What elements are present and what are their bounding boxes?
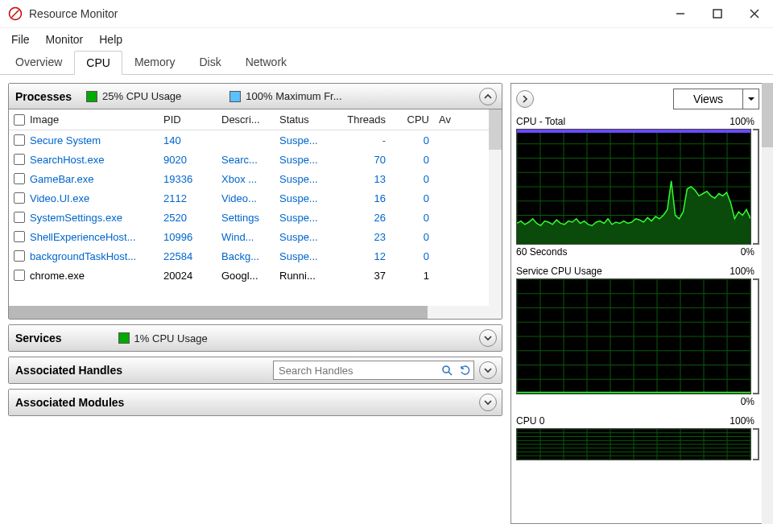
views-dropdown[interactable]: Views (673, 89, 759, 109)
row-checkbox[interactable] (14, 212, 25, 223)
handles-expand-button[interactable] (479, 361, 497, 379)
processes-collapse-button[interactable] (479, 88, 497, 105)
chart-brace (753, 129, 759, 245)
process-rows: Secure System140Suspe...-0SearchHost.exe… (9, 130, 502, 306)
chart-service-xright: 0% (741, 396, 754, 407)
svg-line-7 (449, 372, 452, 375)
menu-help[interactable]: Help (97, 31, 124, 47)
chart-cpu0-max: 100% (730, 415, 754, 427)
processes-title: Processes (15, 90, 72, 103)
left-pane: Processes 25% CPU Usage 100% Maximum Fr.… (0, 75, 511, 532)
tab-network[interactable]: Network (234, 50, 299, 74)
processes-body: Image PID Descri... Status Threads CPU A… (9, 109, 502, 319)
max-freq-text: 100% Maximum Fr... (246, 90, 341, 102)
column-headers: Image PID Descri... Status Threads CPU A… (9, 109, 502, 130)
tab-cpu[interactable]: CPU (74, 51, 122, 75)
services-swatch (118, 332, 130, 344)
max-freq-swatch (229, 91, 241, 102)
chart-total-max: 100% (730, 116, 754, 127)
chart-brace (753, 428, 759, 460)
processes-hscrollbar[interactable] (9, 306, 502, 319)
panel-processes: Processes 25% CPU Usage 100% Maximum Fr.… (8, 83, 502, 320)
panel-handles: Associated Handles (8, 357, 502, 384)
table-row[interactable]: GameBar.exe19336Xbox ...Suspe...130 (9, 169, 502, 188)
content: Processes 25% CPU Usage 100% Maximum Fr.… (0, 75, 773, 532)
chevron-down-icon (742, 89, 759, 109)
handles-title: Associated Handles (15, 364, 122, 377)
chart-service-canvas (516, 278, 751, 394)
chart-cpu-total: CPU - Total 100% 60 Seconds 0% (516, 114, 759, 261)
chart-service-title: Service CPU Usage (516, 266, 602, 277)
col-image[interactable]: Image (9, 113, 159, 126)
menu-monitor[interactable]: Monitor (44, 31, 85, 47)
row-checkbox[interactable] (14, 173, 25, 184)
table-row[interactable]: backgroundTaskHost...22584Backg...Suspe.… (9, 246, 502, 266)
services-usage-text: 1% CPU Usage (134, 332, 208, 344)
titlebar: Resource Monitor (0, 0, 773, 28)
maximize-button[interactable] (699, 0, 736, 28)
table-row[interactable]: SystemSettings.exe2520SettingsSuspe...26… (9, 208, 502, 227)
chart-total-title: CPU - Total (516, 116, 565, 127)
chart-brace (753, 278, 759, 394)
menu-file[interactable]: File (10, 31, 31, 47)
minimize-button[interactable] (662, 0, 699, 28)
chart-service-max: 100% (730, 266, 754, 277)
row-checkbox[interactable] (14, 250, 25, 262)
cpu-usage-swatch (86, 91, 97, 102)
row-checkbox[interactable] (14, 154, 25, 165)
row-checkbox[interactable] (14, 134, 25, 146)
window-title: Resource Monitor (29, 7, 662, 20)
resmon-icon (8, 6, 23, 21)
tab-memory[interactable]: Memory (122, 50, 188, 74)
col-cpu[interactable]: CPU (391, 113, 434, 126)
tabstrip: Overview CPU Memory Disk Network (0, 51, 773, 75)
table-row[interactable]: chrome.exe20024Googl...Runni...371 (9, 266, 502, 285)
services-expand-button[interactable] (479, 329, 497, 347)
chart-cpu0: CPU 0 100% (516, 414, 759, 460)
col-average[interactable]: Av (434, 113, 458, 126)
row-checkbox[interactable] (14, 270, 25, 281)
svg-point-6 (443, 366, 449, 373)
table-row[interactable]: Secure System140Suspe...-0 (9, 130, 502, 150)
chart-cpu0-title: CPU 0 (516, 415, 544, 427)
close-button[interactable] (736, 0, 773, 28)
tab-overview[interactable]: Overview (3, 50, 74, 74)
chart-service-cpu: Service CPU Usage 100% 0% (516, 264, 759, 410)
views-label: Views (674, 93, 742, 105)
chart-cpu0-canvas (516, 428, 751, 460)
col-status[interactable]: Status (275, 113, 328, 126)
refresh-icon[interactable] (456, 361, 473, 379)
panel-modules: Associated Modules (8, 389, 502, 416)
handles-header[interactable]: Associated Handles (9, 357, 502, 383)
table-row[interactable]: SearchHost.exe9020Searc...Suspe...700 (9, 150, 502, 169)
right-toolbar: Views (516, 89, 759, 109)
col-threads[interactable]: Threads (328, 113, 391, 126)
cpu-usage-text: 25% CPU Usage (102, 90, 181, 102)
svg-rect-3 (713, 10, 721, 18)
modules-expand-button[interactable] (479, 394, 497, 411)
tab-disk[interactable]: Disk (187, 50, 233, 74)
col-pid[interactable]: PID (159, 113, 217, 126)
services-title: Services (15, 332, 62, 344)
services-header[interactable]: Services 1% CPU Usage (9, 325, 502, 351)
row-checkbox[interactable] (14, 192, 25, 204)
table-row[interactable]: ShellExperienceHost...10996Wind...Suspe.… (9, 227, 502, 246)
col-description[interactable]: Descri... (217, 113, 275, 126)
select-all-checkbox[interactable] (14, 114, 25, 126)
row-checkbox[interactable] (14, 231, 25, 242)
collapse-sidebar-button[interactable] (516, 90, 534, 108)
chart-total-xright: 0% (741, 246, 754, 258)
right-pane: Views CPU - Total 100% 60 Seconds (511, 75, 773, 532)
table-row[interactable]: Video.UI.exe2112Video...Suspe...160 (9, 188, 502, 208)
processes-header[interactable]: Processes 25% CPU Usage 100% Maximum Fr.… (9, 84, 502, 109)
handles-search (273, 361, 474, 380)
chart-total-xleft: 60 Seconds (516, 246, 567, 258)
chart-total-canvas (516, 129, 751, 245)
panel-services: Services 1% CPU Usage (8, 324, 502, 352)
svg-rect-28 (517, 130, 750, 133)
modules-header[interactable]: Associated Modules (9, 390, 502, 415)
search-icon[interactable] (438, 361, 456, 379)
handles-search-input[interactable] (274, 365, 438, 377)
modules-title: Associated Modules (15, 396, 124, 409)
right-vscrollbar[interactable] (762, 83, 773, 524)
